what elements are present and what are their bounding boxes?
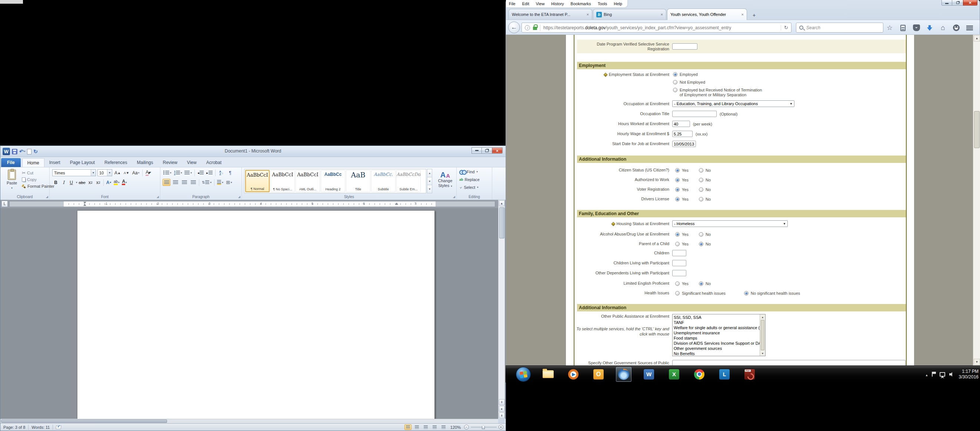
radio-no[interactable] bbox=[699, 197, 703, 202]
scroll-up-icon[interactable]: ▲ bbox=[760, 314, 765, 320]
radio-option[interactable] bbox=[744, 291, 749, 296]
text-effects-button[interactable]: A▾ bbox=[105, 179, 112, 186]
previous-page-button[interactable]: ⇞ bbox=[499, 399, 505, 405]
numbering-button[interactable]: 12▾ bbox=[173, 169, 183, 176]
home-button[interactable] bbox=[939, 23, 947, 32]
radio-yes[interactable] bbox=[675, 282, 679, 286]
radio-yes[interactable] bbox=[675, 242, 679, 246]
subscript-button[interactable]: x2 bbox=[87, 179, 94, 186]
zoom-out-button[interactable]: − bbox=[464, 425, 469, 429]
radio-no[interactable] bbox=[699, 188, 703, 192]
start-date-for-job-at-enrollment-input[interactable] bbox=[672, 141, 696, 147]
style-swatch-subtle-em[interactable]: AaBbCcDdSubtle Em... bbox=[396, 170, 421, 192]
radio-option[interactable] bbox=[675, 291, 679, 296]
https-padlock-icon[interactable] bbox=[533, 25, 537, 30]
taskbar-word[interactable] bbox=[641, 367, 657, 382]
scrollbar-thumb[interactable] bbox=[761, 320, 764, 350]
menu-tools[interactable]: Tools bbox=[598, 2, 608, 6]
style-swatch-normal[interactable]: AaBbCcI¶ Normal bbox=[245, 170, 270, 192]
radio-option[interactable] bbox=[673, 80, 678, 84]
increase-indent-button[interactable]: ▸ bbox=[205, 169, 213, 176]
no-option[interactable]: No bbox=[699, 178, 711, 182]
tab-insert[interactable]: Insert bbox=[45, 158, 65, 167]
shading-button[interactable]: ▾ bbox=[216, 179, 224, 186]
yes-option[interactable]: Yes bbox=[675, 188, 689, 192]
other-dependents-living-with-participant-input[interactable] bbox=[672, 270, 686, 276]
highlight-button[interactable]: ab▾ bbox=[113, 179, 120, 186]
children-living-with-participant-input[interactable] bbox=[672, 260, 686, 266]
employed-but-received-notice-o-option[interactable]: Employed but Received Notice of Terminat… bbox=[673, 88, 762, 97]
browser-tab-welcome-to-the-eta-intra[interactable]: Welcome to the ETA Intranet P...× bbox=[509, 9, 592, 20]
date-program-verified-selective-service-registration-input[interactable] bbox=[672, 43, 697, 49]
yes-option[interactable]: Yes bbox=[675, 197, 689, 202]
shrink-font-button[interactable]: A▼ bbox=[123, 169, 130, 176]
horizontal-scrollbar[interactable] bbox=[0, 419, 498, 423]
dialog-launcher-icon[interactable]: ◢ bbox=[46, 195, 48, 199]
radio-no[interactable] bbox=[699, 282, 703, 286]
significant-health-issues-option[interactable]: Significant health issues bbox=[675, 291, 725, 296]
next-page-button[interactable]: ⇟ bbox=[499, 412, 505, 418]
downloads-button[interactable] bbox=[925, 23, 934, 32]
taskbar-outlook[interactable] bbox=[591, 367, 606, 382]
yes-option[interactable]: Yes bbox=[675, 178, 689, 182]
browser-tab-bing[interactable]: bBing× bbox=[593, 9, 666, 20]
multilevel-list-button[interactable]: ▾ bbox=[184, 169, 192, 176]
radio-yes[interactable] bbox=[675, 188, 679, 192]
style-swatch-subtitle[interactable]: AaBbCc.Subtitle bbox=[371, 170, 396, 192]
hourly-wage-at-enrollment-input[interactable] bbox=[672, 131, 693, 137]
right-indent-marker[interactable] bbox=[395, 202, 398, 205]
occupation-title-input[interactable] bbox=[672, 111, 717, 117]
listbox-scrollbar[interactable]: ▲▼ bbox=[760, 314, 765, 356]
tab-references[interactable]: References bbox=[100, 158, 132, 167]
no-option[interactable]: No bbox=[699, 232, 711, 237]
grow-font-button[interactable]: A▲ bbox=[114, 169, 121, 176]
first-line-indent-marker[interactable] bbox=[83, 202, 86, 204]
strikethrough-button[interactable]: abe bbox=[78, 179, 86, 186]
style-swatch-title[interactable]: AaBTitle bbox=[346, 170, 371, 192]
tab-mailings[interactable]: Mailings bbox=[132, 158, 158, 167]
align-left-button[interactable] bbox=[162, 179, 170, 186]
radio-yes[interactable] bbox=[675, 232, 679, 237]
zoom-level[interactable]: 120% bbox=[450, 425, 461, 429]
tab-view[interactable]: View bbox=[182, 158, 202, 167]
open-menu-button[interactable] bbox=[965, 23, 974, 32]
scroll-up-icon[interactable]: ▲ bbox=[499, 200, 505, 206]
clear-formatting-button[interactable]: A◤ bbox=[145, 169, 152, 176]
tab-close-icon[interactable]: × bbox=[584, 12, 589, 17]
select-button[interactable]: ➢Select▾ bbox=[459, 184, 492, 191]
start-button[interactable] bbox=[516, 367, 531, 382]
yes-option[interactable]: Yes bbox=[675, 242, 689, 246]
yes-option[interactable]: Yes bbox=[675, 282, 689, 286]
public-assistance-listbox[interactable]: SSI, SSD, SSATANFWelfare for single adul… bbox=[672, 314, 765, 356]
bookmarks-menu-button[interactable] bbox=[899, 23, 907, 32]
listbox-option[interactable]: No Benefits bbox=[673, 351, 760, 356]
restore-button[interactable] bbox=[482, 147, 492, 154]
menu-bookmarks[interactable]: Bookmarks bbox=[571, 2, 591, 6]
page-info-icon[interactable]: i bbox=[525, 25, 530, 30]
no-significant-health-issues-option[interactable]: No significant health issues bbox=[744, 291, 800, 296]
not-employed-option[interactable]: Not Employed bbox=[673, 80, 705, 85]
menu-file[interactable]: File bbox=[509, 2, 515, 6]
gallery-more-icon[interactable]: ▼ bbox=[427, 185, 432, 193]
listbox-option[interactable]: Other government sources bbox=[673, 346, 760, 351]
back-button[interactable]: ← bbox=[508, 21, 520, 33]
tray-expand-icon[interactable] bbox=[926, 371, 928, 378]
menu-help[interactable]: Help bbox=[614, 2, 622, 6]
minimize-button[interactable] bbox=[471, 147, 482, 154]
radio-option[interactable] bbox=[673, 88, 678, 92]
font-family-combo[interactable]: Times▼ bbox=[52, 169, 96, 176]
sort-button[interactable]: AZ↓ bbox=[217, 169, 225, 176]
tab-acrobat[interactable]: Acrobat bbox=[202, 158, 226, 167]
tab-review[interactable]: Review bbox=[158, 158, 182, 167]
listbox-option[interactable]: Division of AIDS Services Income Support… bbox=[673, 340, 760, 346]
underline-button[interactable]: U bbox=[68, 179, 75, 186]
line-spacing-button[interactable]: ⇅▾ bbox=[201, 179, 212, 186]
tab-home[interactable]: Home bbox=[22, 158, 45, 167]
radio-yes[interactable] bbox=[675, 178, 679, 182]
dialog-launcher-icon[interactable]: ◢ bbox=[238, 195, 240, 199]
zoom-in-button[interactable]: + bbox=[498, 425, 503, 429]
scroll-down-icon[interactable]: ▼ bbox=[974, 359, 980, 365]
taskbar-lync[interactable] bbox=[717, 367, 732, 382]
tab-selector[interactable]: L bbox=[2, 201, 8, 207]
volume-icon[interactable] bbox=[949, 372, 955, 377]
